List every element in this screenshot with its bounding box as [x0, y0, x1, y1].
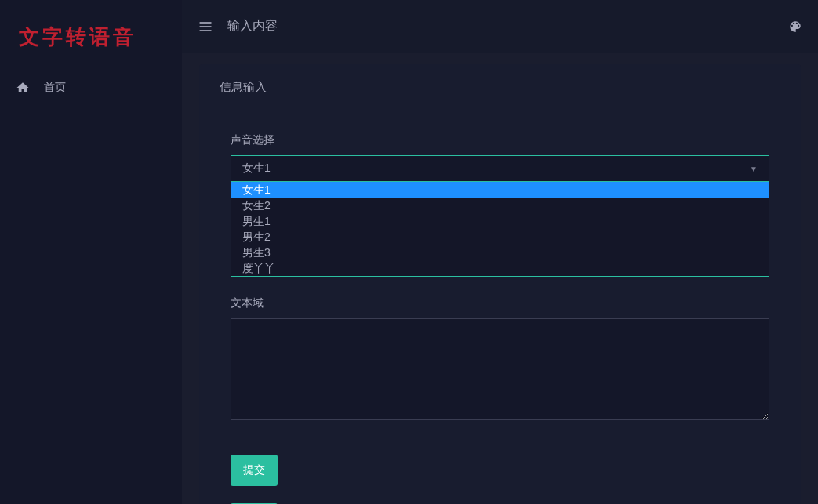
textarea-label: 文本域 [231, 296, 769, 310]
voice-option[interactable]: 女生1 [231, 182, 769, 198]
menu-toggle-icon[interactable] [198, 19, 213, 34]
header: 输入内容 [182, 0, 818, 53]
voice-option[interactable]: 女生2 [231, 198, 769, 213]
voice-select-label: 声音选择 [231, 133, 769, 147]
voice-option[interactable]: 男生2 [231, 229, 769, 245]
form-card: 信息输入 声音选择 女生1 ▼ 女生1 女生2 男生1 [199, 64, 801, 504]
voice-dropdown: 女生1 女生2 男生1 男生2 男生3 度丫丫 [231, 182, 769, 277]
text-content-textarea[interactable] [231, 318, 769, 420]
sidebar: 文字转语音 首页 [0, 0, 182, 504]
chevron-down-icon: ▼ [750, 165, 758, 173]
voice-option[interactable]: 男生3 [231, 245, 769, 260]
sidebar-item-home[interactable]: 首页 [0, 71, 182, 104]
theme-palette-icon[interactable] [788, 20, 802, 34]
main-area: 输入内容 信息输入 声音选择 女生1 ▼ [182, 0, 818, 504]
voice-option[interactable]: 度丫丫 [231, 260, 769, 276]
voice-select-value: 女生1 [242, 161, 271, 176]
breadcrumb: 输入内容 [227, 18, 278, 34]
voice-select[interactable]: 女生1 ▼ [231, 155, 769, 182]
home-icon [16, 81, 30, 95]
voice-option[interactable]: 男生1 [231, 213, 769, 229]
app-logo: 文字转语音 [0, 0, 182, 71]
submit-button[interactable]: 提交 [231, 455, 278, 486]
card-title: 信息输入 [199, 64, 801, 111]
sidebar-item-label: 首页 [44, 81, 66, 95]
